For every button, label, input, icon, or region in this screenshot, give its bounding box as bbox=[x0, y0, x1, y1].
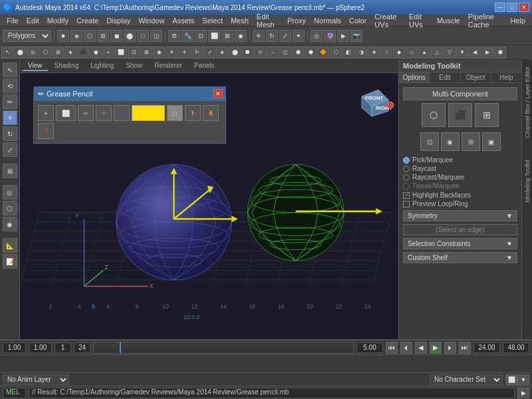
vp-tab-view[interactable]: View bbox=[23, 61, 48, 71]
t2-btn-40[interactable]: ⬟ bbox=[494, 47, 506, 59]
gp-frame[interactable]: ⬜ bbox=[56, 105, 76, 121]
vp-tab-show[interactable]: Show bbox=[120, 61, 148, 71]
select-tool[interactable]: ↖ bbox=[3, 63, 17, 77]
cb-preview-loop[interactable]: Preview Loop/Ring bbox=[403, 200, 517, 207]
sm-ring-icon[interactable]: ⊞ bbox=[462, 132, 480, 151]
t2-btn-10[interactable]: ⬜ bbox=[115, 47, 127, 59]
icon-box[interactable]: ⬛ bbox=[448, 103, 472, 127]
play-back-btn[interactable]: ◀ bbox=[415, 342, 427, 354]
symmetry-section[interactable]: Symmetry ▼ bbox=[403, 210, 517, 221]
menu-help[interactable]: Help bbox=[506, 16, 529, 25]
t2-btn-33[interactable]: ◇ bbox=[406, 47, 418, 59]
menu-color[interactable]: Color bbox=[345, 16, 370, 25]
t2-btn-36[interactable]: ▽ bbox=[444, 47, 456, 59]
cb-highlight-backfaces[interactable]: ✓ Highlight Backfaces bbox=[403, 192, 517, 199]
t2-btn-21[interactable]: ⊙ bbox=[254, 47, 266, 59]
tb-btn-1[interactable]: ■ bbox=[57, 30, 69, 42]
menu-display[interactable]: Display bbox=[102, 16, 134, 25]
icon-grid[interactable]: ⊞ bbox=[475, 103, 499, 127]
close-button[interactable]: ✕ bbox=[519, 3, 529, 12]
scale-tool[interactable]: ⤢ bbox=[3, 142, 17, 157]
channel-box-tab[interactable]: Channel Box / Layer Editor bbox=[523, 63, 532, 142]
t2-btn-16[interactable]: ↻ bbox=[191, 47, 203, 59]
frame-end-range[interactable] bbox=[74, 342, 90, 353]
gp-figure1[interactable]: 🚶 bbox=[185, 105, 201, 121]
icon-puzzle[interactable]: ⬡ bbox=[422, 103, 446, 127]
tb-cam[interactable]: 📷 bbox=[350, 30, 362, 42]
t2-btn-32[interactable]: ◆ bbox=[393, 47, 405, 59]
expand-timeline-btn[interactable]: ⬜ bbox=[505, 374, 517, 385]
gp-new-layer[interactable]: + bbox=[38, 105, 54, 121]
status-output[interactable]: // Result: C:/Temp1/Authoring/Gamedev Re… bbox=[29, 388, 515, 398]
vp-tab-renderer[interactable]: Renderer bbox=[149, 61, 188, 71]
t2-btn-23[interactable]: ◫ bbox=[279, 47, 291, 59]
gp-eraser[interactable]: □ bbox=[167, 105, 183, 121]
modeling-toolkit-tab[interactable]: Modeling Toolkit bbox=[523, 156, 532, 206]
selection-constraints-section[interactable]: Selection Constraints ▼ bbox=[403, 238, 517, 249]
panel-tab-help[interactable]: Help bbox=[491, 72, 521, 82]
t2-btn-4[interactable]: ⬡ bbox=[39, 47, 51, 59]
gp-pencil-tool[interactable]: ✏ bbox=[78, 105, 94, 121]
radio-pick-marquee[interactable]: Pick/Marquee bbox=[403, 156, 517, 164]
t2-btn-7[interactable]: ⬛ bbox=[77, 47, 89, 59]
minimize-button[interactable]: — bbox=[495, 3, 505, 12]
t2-btn-31[interactable]: ☆ bbox=[380, 47, 392, 59]
t2-btn-2[interactable]: ⬤ bbox=[14, 47, 26, 59]
gp-green-pencil[interactable]: ✏ bbox=[96, 105, 112, 121]
gp-blue-pencil[interactable]: ✏ bbox=[114, 105, 130, 121]
vp-tab-panels[interactable]: Panels bbox=[189, 61, 220, 71]
t2-btn-25[interactable]: ⬣ bbox=[305, 47, 317, 59]
char-set-dropdown[interactable]: No Character Set bbox=[430, 374, 503, 385]
tb-rotate[interactable]: ↻ bbox=[266, 30, 278, 42]
tb-btn-8[interactable]: ◫ bbox=[150, 30, 162, 42]
gp-color-swatch[interactable] bbox=[132, 105, 165, 121]
sm-select-icon[interactable]: ⊡ bbox=[420, 132, 439, 151]
t2-btn-38[interactable]: ◀ bbox=[469, 47, 481, 59]
frame-start[interactable] bbox=[3, 342, 26, 353]
tb-btn-7[interactable]: □ bbox=[137, 30, 149, 42]
anim-layer-dropdown[interactable]: No Anim Layer bbox=[3, 374, 69, 385]
t2-btn-26[interactable]: 🔶 bbox=[317, 47, 329, 59]
collapse-timeline-btn[interactable]: ▼ bbox=[517, 374, 529, 385]
tb-btn-12[interactable]: ⬜ bbox=[208, 30, 220, 42]
menu-window[interactable]: Window bbox=[134, 16, 168, 25]
tb-btn-3[interactable]: ⬡ bbox=[84, 30, 96, 42]
menu-edit[interactable]: Edit bbox=[23, 16, 43, 25]
show-manip[interactable]: ⊞ bbox=[3, 164, 17, 178]
tb-btn-5[interactable]: ◼ bbox=[110, 30, 122, 42]
panel-tab-edit[interactable]: Edit bbox=[430, 72, 460, 82]
sm-edge-icon[interactable]: ▣ bbox=[482, 132, 501, 151]
t2-btn-34[interactable]: ▲ bbox=[418, 47, 430, 59]
t2-btn-9[interactable]: ▪ bbox=[102, 47, 114, 59]
t2-btn-18[interactable]: ◈ bbox=[216, 47, 228, 59]
menu-assets[interactable]: Assets bbox=[168, 16, 198, 25]
t2-btn-27[interactable]: ⬡ bbox=[330, 47, 342, 59]
menu-select[interactable]: Select bbox=[198, 16, 227, 25]
menu-normals[interactable]: Normals bbox=[310, 16, 345, 25]
radio-raycast-marquee[interactable]: Raycast/Marquee bbox=[403, 174, 517, 181]
tb-scale[interactable]: ⤢ bbox=[279, 30, 291, 42]
snap-tool[interactable]: ◉ bbox=[3, 217, 17, 231]
annotation-tool[interactable]: 📝 bbox=[3, 254, 17, 269]
t2-btn-6[interactable]: ◈ bbox=[65, 47, 76, 59]
tb-universal[interactable]: ✦ bbox=[293, 30, 305, 42]
prev-frame-btn[interactable]: ⏮ bbox=[386, 342, 398, 354]
play-fwd-btn[interactable]: ▶ bbox=[430, 342, 442, 354]
tb-magnet[interactable]: 🔮 bbox=[324, 30, 336, 42]
t2-btn-13[interactable]: ◉ bbox=[153, 47, 165, 59]
gp-figure2[interactable]: 🧍 bbox=[203, 105, 219, 121]
tb-move[interactable]: ✛ bbox=[253, 30, 265, 42]
menu-muscle[interactable]: Muscle bbox=[433, 16, 464, 25]
t2-btn-11[interactable]: ⊡ bbox=[128, 47, 140, 59]
prev-key-btn[interactable]: ⏴ bbox=[400, 342, 412, 354]
soft-select[interactable]: ◎ bbox=[3, 185, 17, 200]
menu-edit-uvs[interactable]: Edit UVs bbox=[405, 12, 433, 29]
grease-pencil-close[interactable]: ✕ bbox=[213, 89, 223, 98]
tb-btn-14[interactable]: ◉ bbox=[235, 30, 247, 42]
view-cube[interactable]: FRONT RIGHT bbox=[352, 80, 392, 120]
t2-btn-1[interactable]: ↖ bbox=[1, 47, 13, 59]
frame-label[interactable] bbox=[55, 342, 71, 353]
status-run-btn[interactable]: ▶ bbox=[517, 388, 529, 398]
viewport-3d[interactable]: Y X Z bbox=[20, 73, 398, 339]
tb-btn-10[interactable]: 🔧 bbox=[182, 30, 194, 42]
